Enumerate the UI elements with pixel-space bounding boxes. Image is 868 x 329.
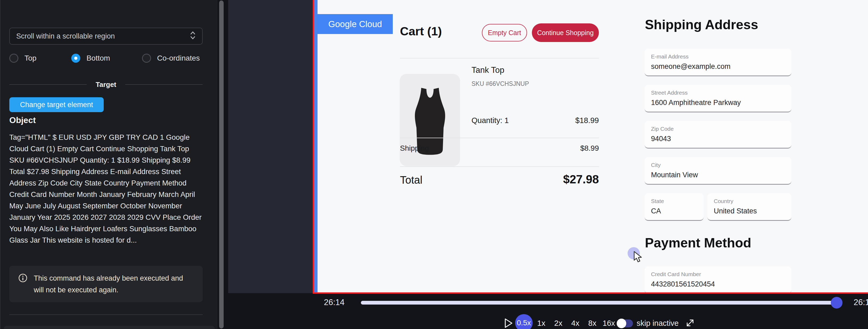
country-field-label: Country <box>714 198 734 204</box>
street-address-field[interactable]: Street Address 1600 Amphitheatre Parkway <box>645 85 792 112</box>
speed-option-4x[interactable]: 4x <box>571 319 580 328</box>
street-field-label: Street Address <box>651 90 688 96</box>
mouse-cursor-icon <box>633 251 644 264</box>
sidebar-scrollbar[interactable] <box>219 1 224 328</box>
city-field-value: Mountain View <box>651 171 698 179</box>
country-field[interactable]: Country United States <box>707 193 792 221</box>
card-field-label: Credit Card Number <box>651 271 701 277</box>
timeline-scrubber[interactable] <box>361 301 837 304</box>
scroll-region-highlight <box>314 0 317 292</box>
speed-option-0.5x[interactable]: 0.5x <box>515 314 533 329</box>
scroll-position-radio-group: Top Bottom Co-ordinates <box>9 53 203 63</box>
street-field-value: 1600 Amphitheatre Parkway <box>651 99 741 107</box>
info-icon <box>18 273 27 284</box>
expand-icon <box>685 318 695 328</box>
command-executed-notice: This command has already been executed a… <box>9 266 203 302</box>
state-field-value: CA <box>651 207 661 215</box>
fullscreen-button[interactable] <box>685 318 695 328</box>
skip-inactive-label: skip inactive <box>637 319 679 328</box>
radio-bottom[interactable] <box>71 54 80 63</box>
total-divider <box>400 166 599 167</box>
change-target-button[interactable]: Change target element <box>9 97 104 112</box>
current-time-label: 26:14 <box>324 298 345 307</box>
sidebar-divider <box>9 315 203 315</box>
command-type-value: Scroll within a scrollable region <box>16 32 190 40</box>
speed-option-2x[interactable]: 2x <box>554 319 562 328</box>
card-field-value: 4432801561520454 <box>651 280 715 288</box>
product-price: $18.99 <box>575 116 599 125</box>
product-sku: SKU #66VCHSJNUP <box>471 80 529 88</box>
email-field[interactable]: E-mail Address someone@example.com <box>645 48 792 76</box>
shipping-divider <box>400 138 599 138</box>
viewport-gutter-panel <box>228 0 313 293</box>
city-field[interactable]: City Mountain View <box>645 157 792 185</box>
email-field-label: E-mail Address <box>651 54 688 60</box>
state-field-label: State <box>651 198 664 204</box>
cart-divider <box>400 58 599 59</box>
target-section-divider: Target <box>9 80 203 89</box>
play-icon <box>504 318 513 328</box>
command-type-select[interactable]: Scroll within a scrollable region <box>9 28 203 45</box>
google-cloud-badge: Google Cloud <box>317 14 393 34</box>
city-field-label: City <box>651 162 660 168</box>
html-element-highlight-bottom <box>313 292 868 294</box>
timeline-knob[interactable] <box>831 297 842 308</box>
speed-option-16x[interactable]: 16x <box>602 319 615 328</box>
next-command-card-edge <box>4 326 215 329</box>
product-quantity: Quantity: 1 <box>471 116 509 125</box>
replayed-webpage: Google Cloud Cart (1) Empty Cart Continu… <box>317 0 868 292</box>
zip-code-field[interactable]: Zip Code 94043 <box>645 121 792 149</box>
radio-top[interactable] <box>9 54 18 63</box>
radio-coordinates[interactable] <box>142 54 151 63</box>
select-updown-icon <box>190 31 196 42</box>
radio-top-label: Top <box>25 54 36 62</box>
shipping-address-heading: Shipping Address <box>645 17 758 32</box>
empty-cart-button[interactable]: Empty Cart <box>482 24 527 41</box>
cart-title: Cart (1) <box>400 25 442 38</box>
total-label: Total <box>400 174 423 186</box>
target-section-label: Target <box>96 80 117 89</box>
total-value: $27.98 <box>563 173 599 186</box>
play-button[interactable] <box>504 318 513 328</box>
zip-field-value: 94043 <box>651 135 671 143</box>
country-field-value: United States <box>714 207 757 215</box>
end-time-label: 26:1 <box>854 298 868 307</box>
radio-coordinates-label: Co-ordinates <box>157 54 200 62</box>
radio-bottom-label: Bottom <box>86 54 110 62</box>
product-name: Tank Top <box>471 65 504 75</box>
object-heading: Object <box>9 116 36 125</box>
toggle-knob <box>617 319 626 328</box>
speed-option-8x[interactable]: 8x <box>588 319 596 328</box>
continue-shopping-button[interactable]: Continue Shopping <box>532 23 599 42</box>
state-field[interactable]: State CA <box>645 193 704 221</box>
speed-option-1x[interactable]: 1x <box>537 319 546 328</box>
object-description-text: Tag="HTML" $ EUR USD JPY GBP TRY CAD 1 G… <box>9 132 204 246</box>
skip-inactive-toggle[interactable] <box>618 320 633 327</box>
payment-method-heading: Payment Method <box>645 235 751 251</box>
command-sidebar: Scroll within a scrollable region Top Bo… <box>0 0 218 329</box>
info-text: This command has already been executed a… <box>34 272 194 296</box>
credit-card-number-field[interactable]: Credit Card Number 4432801561520454 <box>645 266 792 292</box>
shipping-value: $8.99 <box>580 144 599 153</box>
shipping-label: Shipping <box>400 144 429 153</box>
zip-field-label: Zip Code <box>651 126 674 132</box>
email-field-value: someone@example.com <box>651 62 731 71</box>
